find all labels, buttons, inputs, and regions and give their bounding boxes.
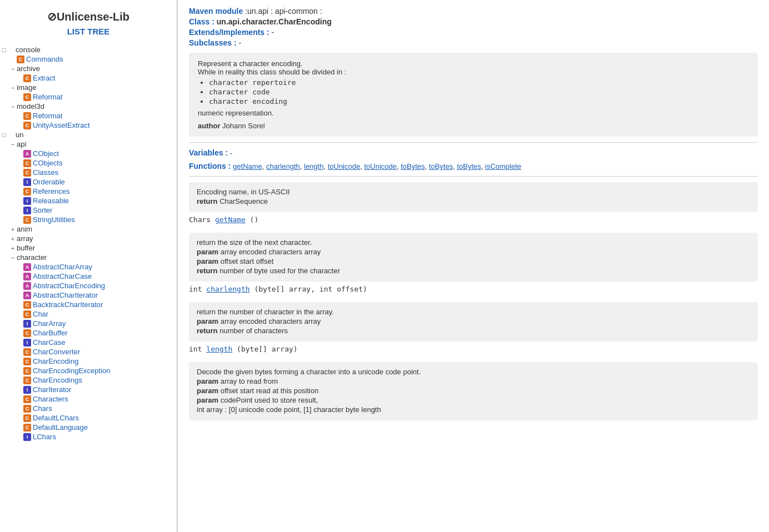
tree-item-abstract-char-encoding[interactable]: AAbstractCharEncoding bbox=[0, 281, 177, 290]
tree-item-abstract-char-iterator[interactable]: AAbstractCharIterator bbox=[0, 290, 177, 300]
toggle-array[interactable]: + bbox=[9, 235, 17, 242]
label-classes[interactable]: Classes bbox=[33, 168, 58, 177]
toggle-classes bbox=[16, 169, 23, 176]
tree-item-reformat-image[interactable]: CReformat bbox=[0, 92, 177, 102]
tree-item-char-converter[interactable]: CCharConverter bbox=[0, 347, 177, 357]
tree-item-image: −image bbox=[0, 83, 177, 92]
tree-item-commands[interactable]: CCommands bbox=[0, 54, 177, 64]
tree-item-backtrack-char-iterator[interactable]: CBacktrackCharIterator bbox=[0, 300, 177, 309]
fn-link-toBytes3[interactable]: toBytes bbox=[457, 162, 481, 170]
tree-item-string-utilities[interactable]: CStringUtilities bbox=[0, 215, 177, 224]
label-extract[interactable]: Extract bbox=[33, 74, 55, 82]
tree-item-chars[interactable]: CChars bbox=[0, 404, 177, 413]
label-unity-asset[interactable]: UnityAssetExtract bbox=[33, 121, 90, 129]
fn-link-charlength[interactable]: charlength bbox=[266, 162, 300, 170]
toUnicode-param3-label: param bbox=[197, 396, 218, 404]
label-char-encoding[interactable]: CharEncoding bbox=[33, 357, 78, 365]
tree-item-classes[interactable]: CClasses bbox=[0, 168, 177, 177]
toggle-image[interactable]: − bbox=[9, 84, 17, 91]
fn-link-toBytes1[interactable]: toBytes bbox=[401, 162, 425, 170]
label-default-lchars[interactable]: DefaultLChars bbox=[33, 414, 79, 422]
toggle-buffer[interactable]: + bbox=[9, 245, 17, 252]
tree-item-reformat-model[interactable]: CReformat bbox=[0, 111, 177, 121]
desc-bullet-2: character code bbox=[209, 88, 749, 96]
fn-link-getName[interactable]: getName bbox=[233, 162, 262, 170]
tree-checkbox-console[interactable]: □ bbox=[0, 47, 8, 53]
tree-item-char-iterator[interactable]: ICharIterator bbox=[0, 385, 177, 394]
label-char-encoding-exception[interactable]: CharEncodingException bbox=[33, 367, 110, 375]
toggle-api[interactable]: − bbox=[9, 141, 17, 148]
label-string-utilities[interactable]: StringUtilities bbox=[33, 215, 75, 224]
toggle-model3d[interactable]: − bbox=[9, 103, 17, 110]
icon-string-utilities: C bbox=[23, 216, 31, 224]
tree-item-cobjects[interactable]: CCObjects bbox=[0, 158, 177, 168]
label-char[interactable]: Char bbox=[33, 310, 48, 318]
label-abstract-char-encoding[interactable]: AbstractCharEncoding bbox=[33, 282, 105, 290]
label-default-language[interactable]: DefaultLanguage bbox=[33, 423, 88, 431]
label-sorter[interactable]: Sorter bbox=[33, 206, 52, 214]
tree-item-char-encodings[interactable]: CCharEncodings bbox=[0, 375, 177, 385]
label-orderable[interactable]: Orderable bbox=[33, 178, 65, 186]
label-char-iterator[interactable]: CharIterator bbox=[33, 385, 71, 394]
label-char-converter[interactable]: CharConverter bbox=[33, 348, 80, 356]
tree-item-abstract-char-array[interactable]: AAbstractCharArray bbox=[0, 262, 177, 272]
label-releasable[interactable]: Releasable bbox=[33, 197, 69, 205]
fn-link-isComplete[interactable]: isComplete bbox=[485, 162, 521, 170]
label-abstract-char-case[interactable]: AbstractCharCase bbox=[33, 272, 92, 280]
toggle-default-lchars bbox=[16, 415, 23, 421]
label-references[interactable]: References bbox=[33, 187, 69, 195]
fn-link-toBytes2[interactable]: toBytes bbox=[429, 162, 453, 170]
tree-item-char-case[interactable]: ICharCase bbox=[0, 338, 177, 347]
icon-char-encodings: C bbox=[23, 377, 31, 384]
tree-item-char-encoding[interactable]: CCharEncoding bbox=[0, 357, 177, 366]
length-desc: return the number of character in the ar… bbox=[197, 308, 750, 316]
maven-module-line: Maven module :un.api : api-common : bbox=[189, 7, 758, 16]
toggle-archive[interactable]: − bbox=[9, 66, 17, 72]
tree-item-char-encoding-exception[interactable]: CCharEncodingException bbox=[0, 366, 177, 375]
length-return: return number of characters bbox=[197, 327, 750, 335]
fn-link-toUnicode1[interactable]: toUnicode bbox=[328, 162, 361, 170]
label-char-encodings[interactable]: CharEncodings bbox=[33, 376, 82, 384]
label-chars[interactable]: Chars bbox=[33, 404, 52, 413]
toggle-character[interactable]: − bbox=[9, 254, 17, 261]
label-abstract-char-array[interactable]: AbstractCharArray bbox=[33, 263, 92, 271]
length-link[interactable]: length bbox=[206, 345, 232, 353]
label-reformat-model[interactable]: Reformat bbox=[33, 112, 62, 120]
tree-item-sorter[interactable]: ISorter bbox=[0, 205, 177, 215]
tree-item-references[interactable]: CReferences bbox=[0, 187, 177, 196]
getName-doc: Encoding name, in US-ASCII return CharSe… bbox=[189, 182, 758, 212]
tree-checkbox-un[interactable]: □ bbox=[0, 132, 8, 138]
tree-item-default-lchars[interactable]: CDefaultLChars bbox=[0, 413, 177, 423]
fn-link-toUnicode2[interactable]: toUnicode bbox=[364, 162, 397, 170]
label-lchars[interactable]: LChars bbox=[33, 433, 56, 441]
label-abstract-char-iterator[interactable]: AbstractCharIterator bbox=[33, 291, 98, 299]
tree-item-default-language[interactable]: CDefaultLanguage bbox=[0, 423, 177, 432]
icon-reformat-image: C bbox=[23, 93, 31, 101]
tree-item-releasable[interactable]: IReleasable bbox=[0, 196, 177, 205]
label-characters[interactable]: Characters bbox=[33, 395, 68, 403]
label-char-buffer[interactable]: CharBuffer bbox=[33, 329, 68, 337]
toggle-char-converter bbox=[16, 349, 23, 355]
tree-item-orderable[interactable]: IOrderable bbox=[0, 177, 177, 187]
label-backtrack-char-iterator[interactable]: BacktrackCharIterator bbox=[33, 300, 103, 309]
label-cobject[interactable]: CObject bbox=[33, 149, 59, 158]
tree-item-unity-asset[interactable]: CUnityAssetExtract bbox=[0, 121, 177, 130]
tree-item-char-buffer[interactable]: CCharBuffer bbox=[0, 328, 177, 338]
tree-item-char[interactable]: CChar bbox=[0, 309, 177, 319]
tree-item-cobject[interactable]: ACObject bbox=[0, 149, 177, 158]
label-cobjects[interactable]: CObjects bbox=[33, 159, 62, 167]
toggle-anim[interactable]: + bbox=[9, 226, 17, 233]
main-content: Maven module :un.api : api-common : Clas… bbox=[178, 0, 769, 532]
fn-link-length[interactable]: length bbox=[304, 162, 323, 170]
label-char-array[interactable]: CharArray bbox=[33, 319, 66, 328]
tree-item-lchars[interactable]: ILChars bbox=[0, 432, 177, 441]
tree-item-abstract-char-case[interactable]: AAbstractCharCase bbox=[0, 272, 177, 281]
tree-item-char-array[interactable]: ICharArray bbox=[0, 319, 177, 328]
label-reformat-image[interactable]: Reformat bbox=[33, 93, 62, 101]
label-char-case[interactable]: CharCase bbox=[33, 338, 66, 347]
charlength-link[interactable]: charlength bbox=[206, 285, 249, 293]
getName-link[interactable]: getName bbox=[215, 215, 246, 224]
label-commands[interactable]: Commands bbox=[26, 55, 63, 63]
tree-item-extract[interactable]: CExtract bbox=[0, 73, 177, 83]
tree-item-characters[interactable]: CCharacters bbox=[0, 394, 177, 404]
